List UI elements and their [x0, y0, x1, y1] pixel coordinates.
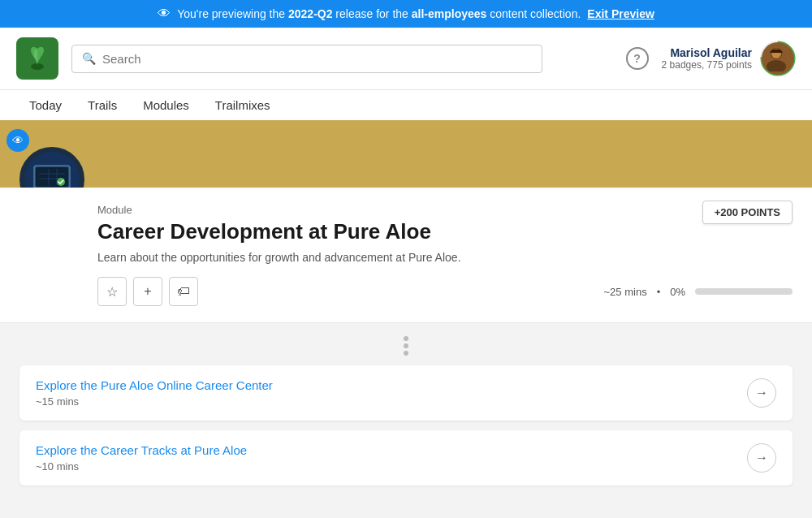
header: 🔍 ? Marisol Aguilar 2 badges, 775 points: [0, 28, 812, 90]
logo-icon: [23, 44, 52, 73]
action-buttons: ☆ + 🏷: [97, 277, 198, 306]
search-icon: 🔍: [82, 52, 96, 65]
module-type-label: Module: [97, 204, 793, 216]
lesson-1-arrow[interactable]: →: [747, 378, 776, 408]
arrow-right-icon: →: [755, 386, 768, 400]
points-badge: +200 POINTS: [702, 201, 793, 224]
lesson-1-duration: ~15 mins: [36, 395, 273, 408]
arrow-right-icon-2: →: [755, 451, 768, 465]
help-button[interactable]: ?: [626, 47, 649, 70]
hero-banner: 👁: [0, 123, 812, 188]
banner-text: You're previewing the 2022-Q2 release fo…: [177, 7, 581, 20]
user-name: Marisol Aguilar: [662, 46, 752, 59]
logo: [16, 37, 58, 80]
tag-button[interactable]: 🏷: [169, 277, 198, 306]
lessons-section: Explore the Pure Aloe Online Career Cent…: [0, 323, 812, 515]
search-input[interactable]: [102, 52, 532, 66]
preview-eye-icon: 👁: [158, 6, 171, 21]
nav-today[interactable]: Today: [16, 90, 75, 123]
separator: •: [657, 286, 661, 298]
lesson-2-arrow[interactable]: →: [747, 443, 776, 473]
nav: Today Trails Modules Trailmixes: [0, 90, 812, 123]
svg-point-4: [767, 60, 786, 71]
module-title: Career Development at Pure Aloe: [97, 219, 793, 244]
header-right: ? Marisol Aguilar 2 badges, 775 points: [626, 41, 796, 76]
hero-eye-icon: 👁: [6, 129, 29, 152]
drag-handle: [19, 336, 793, 356]
dot-3: [404, 351, 408, 356]
avatar-image: [762, 42, 791, 71]
user-info: Marisol Aguilar 2 badges, 775 points: [662, 41, 796, 76]
avatar-ring: [760, 41, 796, 76]
search-input-wrap[interactable]: 🔍: [71, 45, 542, 73]
actions-row: ☆ + 🏷 ~25 mins • 0%: [97, 277, 793, 306]
nav-trails[interactable]: Trails: [75, 90, 130, 123]
progress-area: ~25 mins • 0%: [604, 286, 793, 298]
user-text: Marisol Aguilar 2 badges, 775 points: [662, 46, 752, 71]
add-button[interactable]: +: [133, 277, 162, 306]
duration-text: ~25 mins: [604, 286, 647, 298]
exit-preview-link[interactable]: Exit Preview: [587, 7, 654, 20]
module-content: +200 POINTS Module Career Development at…: [0, 188, 812, 323]
user-stats: 2 badges, 775 points: [662, 59, 752, 71]
nav-modules[interactable]: Modules: [130, 90, 202, 123]
dot-2: [404, 343, 408, 348]
lesson-card-2: Explore the Career Tracks at Pure Aloe ~…: [19, 430, 793, 486]
lesson-2-duration: ~10 mins: [36, 460, 247, 473]
progress-pct-text: 0%: [670, 286, 685, 298]
lesson-1-link[interactable]: Explore the Pure Aloe Online Career Cent…: [36, 378, 273, 392]
preview-banner: 👁 You're previewing the 2022-Q2 release …: [0, 0, 812, 28]
module-description: Learn about the opportunities for growth…: [97, 251, 793, 264]
favorite-button[interactable]: ☆: [97, 277, 127, 306]
star-icon: ☆: [106, 284, 118, 300]
avatar: [762, 42, 794, 75]
plus-icon: +: [144, 284, 151, 299]
search-container: 🔍: [71, 45, 542, 73]
lesson-card-1: Explore the Pure Aloe Online Career Cent…: [19, 365, 793, 421]
tag-icon: 🏷: [177, 284, 190, 299]
dot-1: [404, 336, 408, 341]
progress-bar: [695, 288, 793, 295]
drag-dots: [404, 336, 408, 356]
nav-trailmixes[interactable]: Trailmixes: [202, 90, 283, 123]
lesson-2-link[interactable]: Explore the Career Tracks at Pure Aloe: [36, 443, 247, 457]
